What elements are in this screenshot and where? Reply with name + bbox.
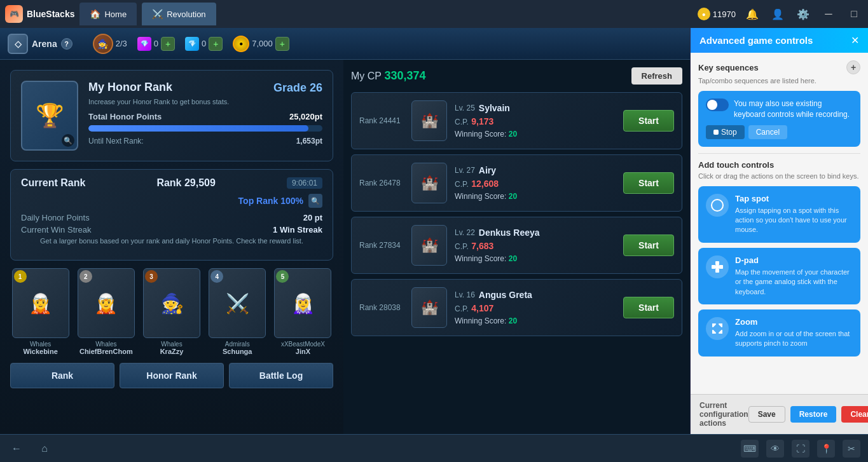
table-row: Rank 26478 🏰 Lv. 27 Airy C.P. 12,608 Win…: [351, 154, 682, 212]
profile-icon[interactable]: 👤: [769, 5, 787, 23]
next-rank-row: Until Next Rank: 1,653pt: [88, 137, 322, 146]
start-battle-3-button[interactable]: Start: [623, 234, 674, 256]
header-stat-4: ● 7,000 +: [233, 36, 289, 52]
restore-button[interactable]: Restore: [790, 406, 837, 423]
tab-home[interactable]: 🏠 Home: [79, 3, 137, 25]
battle-info-1: Lv. 25 Sylvain C.P. 9,173 Winning Score:…: [455, 103, 616, 139]
current-rank-section: Current Rank Rank 29,509 9:06:01 Top Ran…: [10, 169, 333, 261]
tap-spot-card[interactable]: Tap spot Assign tapping on a spot with t…: [698, 186, 860, 243]
cancel-button[interactable]: Cancel: [748, 125, 787, 139]
leaderboard-avatars: 1 🧝 Whales Wickebine 2 🧝 Whales ChiefBre…: [10, 268, 333, 355]
tab-rank[interactable]: Rank: [10, 363, 114, 388]
add-gem-button[interactable]: +: [161, 37, 175, 51]
start-battle-4-button[interactable]: Start: [623, 297, 674, 318]
recording-toggle-switch[interactable]: [706, 99, 729, 111]
battle-cp-val-2b: 12,608: [471, 179, 499, 189]
battle-score-2: Winning Score: 20: [455, 192, 616, 201]
time-badge: 9:06:01: [287, 177, 322, 189]
notification-icon[interactable]: 🔔: [743, 5, 761, 23]
dpad-info: D-pad Map the movement of your character…: [735, 255, 853, 297]
game-header: ◇ Arena ? 🧙 2/3 💎 0 + 💎 0 + ● 7,000 +: [0, 28, 690, 60]
scissors-icon[interactable]: ✂: [843, 440, 860, 458]
rank-title: My Honor Rank: [88, 81, 172, 94]
tab-home-label: Home: [104, 10, 127, 19]
fullscreen-icon[interactable]: ⛶: [792, 440, 809, 458]
footer-buttons: Save Restore Clear: [748, 406, 868, 423]
eye-icon[interactable]: 👁: [766, 440, 784, 458]
keyboard-icon[interactable]: ⌨: [741, 440, 759, 458]
battle-avatar-4: 🏰: [411, 287, 447, 328]
honor-points-label: Total Honor Points: [88, 112, 162, 121]
my-cp-val: 330,374: [384, 69, 425, 82]
clear-button[interactable]: Clear: [841, 406, 868, 423]
top-rank-text: Top Rank 100%: [238, 196, 303, 206]
dpad-card[interactable]: D-pad Map the movement of your character…: [698, 248, 860, 304]
game-content: 🏆 🔍 My Honor Rank Grade 26 Increase your…: [0, 60, 690, 434]
bottom-tabs: Rank Honor Rank Battle Log: [10, 363, 333, 388]
battle-score-val-2b: 20: [509, 192, 517, 201]
battle-info-2: Lv. 27 Airy C.P. 12,608 Winning Score: 2…: [455, 165, 616, 201]
location-icon[interactable]: 📍: [817, 440, 835, 458]
lb-5-guild: xXBeastModeX: [273, 341, 333, 348]
honor-points-val: 25,020pt: [289, 112, 322, 121]
stop-icon: [713, 130, 719, 135]
save-button[interactable]: Save: [748, 406, 785, 423]
list-item[interactable]: 4 ⚔️ Admirals Schunga: [207, 268, 268, 355]
add-gold-button[interactable]: +: [275, 37, 289, 51]
tab-battle-log[interactable]: Battle Log: [229, 363, 333, 388]
zoom-desc: Add zoom in or out of the screen that su…: [735, 329, 853, 349]
daily-honor-row: Daily Honor Points 20 pt: [21, 213, 322, 222]
toggle-knob: [707, 100, 717, 110]
coins-display: ● 11970: [698, 8, 736, 20]
touch-controls-sub: Click or drag the actions on the screen …: [698, 172, 860, 180]
next-rank-label: Until Next Rank:: [88, 137, 144, 146]
battle-level-2: Lv. 27: [455, 166, 475, 175]
battle-info-3: Lv. 22 Denkus Reeya C.P. 7,683 Winning S…: [455, 228, 616, 263]
rank-desc: Increase your Honor Rank to get bonus st…: [88, 98, 322, 105]
help-icon[interactable]: ?: [61, 38, 72, 50]
honor-points-row: Total Honor Points 25,020pt: [88, 112, 322, 121]
divider-1: [698, 153, 860, 154]
battle-rank-4: Rank 28038: [359, 303, 404, 312]
zoom-icon: [706, 317, 729, 340]
dpad-icon: [706, 255, 729, 278]
start-battle-1-button[interactable]: Start: [623, 110, 674, 132]
agc-close-icon[interactable]: ✕: [851, 34, 859, 46]
maximize-icon[interactable]: □: [845, 5, 863, 23]
home-nav-button[interactable]: ⌂: [36, 440, 53, 458]
search-rank-button[interactable]: 🔍: [308, 194, 322, 208]
add-key-sequence-button[interactable]: +: [846, 60, 860, 74]
list-item[interactable]: 2 🧝 Whales ChiefBrenChom: [76, 268, 136, 355]
my-cp-display: My CP 330,374: [351, 69, 426, 83]
tap-spot-title: Tap spot: [735, 194, 853, 203]
win-streak-val: 1 Win Streak: [273, 225, 322, 234]
add-blue-gem-button[interactable]: +: [209, 37, 223, 51]
key-sequences-sub: Tap/combo sequences are listed here.: [698, 77, 860, 85]
battle-rank-1: Rank 24441: [359, 116, 404, 125]
top-right-bar: ● 11970 🔔 👤 ⚙️ ─ □: [698, 5, 863, 23]
back-button[interactable]: ←: [8, 440, 25, 458]
zoom-card[interactable]: Zoom Add zoom in or out of the screen th…: [698, 309, 860, 357]
list-item[interactable]: 3 🧙 Whales KraZzy: [141, 268, 202, 355]
battle-score-val-4b: 20: [509, 316, 517, 325]
key-sequences-title: Key sequences: [698, 63, 759, 72]
rank-badge-zoom-icon[interactable]: 🔍: [62, 134, 74, 147]
battle-name-row-1: Lv. 25 Sylvain: [455, 103, 616, 113]
svg-rect-3: [712, 265, 715, 269]
refresh-button[interactable]: Refresh: [631, 67, 682, 85]
tab-revolution[interactable]: ⚔️ Revolution: [142, 3, 216, 25]
stop-button[interactable]: Stop: [706, 125, 745, 139]
start-battle-2-button[interactable]: Start: [623, 172, 674, 194]
minimize-icon[interactable]: ─: [820, 5, 837, 23]
gem-pink-icon: 💎: [137, 37, 151, 51]
lb-avatar-4-img: 4 ⚔️: [209, 268, 266, 338]
list-item[interactable]: 1 🧝 Whales Wickebine: [10, 268, 71, 355]
svg-rect-2: [715, 269, 719, 273]
arena-button[interactable]: ◇ Arena ?: [8, 34, 72, 54]
settings-icon[interactable]: ⚙️: [794, 5, 812, 23]
lb-2-guild: Whales: [76, 341, 136, 348]
tab-honor-rank[interactable]: Honor Rank: [120, 363, 224, 388]
grade-badge: Grade 26: [273, 81, 322, 95]
honor-rank-section: 🏆 🔍 My Honor Rank Grade 26 Increase your…: [10, 70, 333, 161]
list-item[interactable]: 5 🧝‍♀️ xXBeastModeX JinX: [273, 268, 333, 355]
